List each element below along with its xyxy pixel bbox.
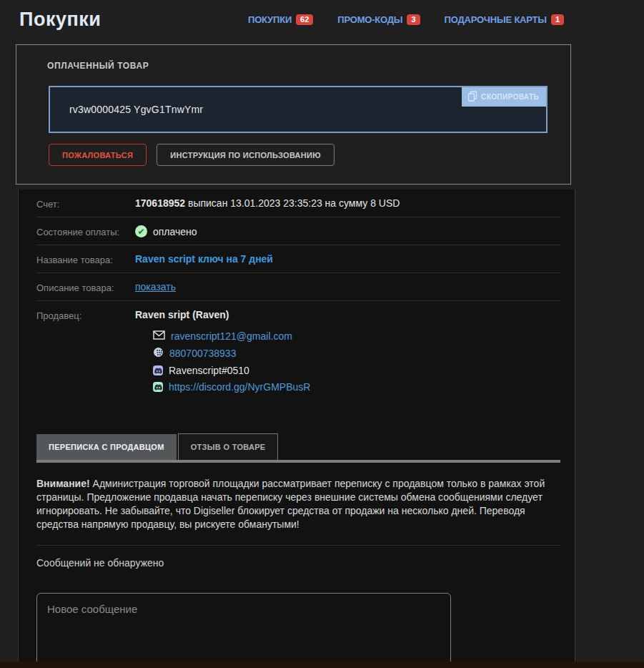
payment-state-label: Состояние оплаты: <box>36 225 135 237</box>
seller-discord-tag: Ravenscript#0510 <box>169 365 249 376</box>
invoice-row: Счет: 170618952 выписан 13.01.2023 23:35… <box>36 190 560 217</box>
payment-state-row: Состояние оплаты: ✔ оплачено <box>36 217 560 245</box>
invoice-details: выписан 13.01.2023 23:35:23 на сумму 8 U… <box>185 197 400 209</box>
description-label: Описание товара: <box>36 281 135 293</box>
contact-row-discord-tag: Ravenscript#0510 <box>153 365 560 376</box>
invoice-value: 170618952 выписан 13.01.2023 23:35:23 на… <box>135 197 400 209</box>
seller-name: Raven sript (Raven) <box>135 309 560 320</box>
nav-item-label: ПОДАРОЧНЫЕ КАРТЫ <box>445 14 547 25</box>
divider <box>36 545 560 546</box>
nav-item-label: ПОКУПКИ <box>248 14 292 25</box>
copy-icon <box>467 91 477 104</box>
nav-item-gift-cards[interactable]: ПОДАРОЧНЫЕ КАРТЫ 1 <box>445 14 565 25</box>
contact-row-email: ravenscript121@gmail.com <box>153 330 560 342</box>
bottom-strip <box>0 662 644 668</box>
seller-row: Продавец: Raven sript (Raven) ravenscrip… <box>36 301 560 403</box>
count-badge: 62 <box>296 14 313 25</box>
payment-state-value: оплачено <box>153 226 197 237</box>
product-code: rv3w0000425 YgvG1TnwYmr <box>69 104 203 115</box>
discord-icon <box>153 365 163 375</box>
contact-row-phone: 880700738933 <box>153 347 560 360</box>
seller-discord-invite-link[interactable]: https://discord.gg/NyrGMPBusR <box>169 381 310 393</box>
invoice-label: Счет: <box>36 197 135 210</box>
copy-button-label: СКОПИРОВАТЬ <box>481 93 539 101</box>
seller-phone-link[interactable]: 880700738933 <box>169 348 236 359</box>
discord-icon <box>153 382 163 392</box>
invoice-number: 170618952 <box>135 197 185 209</box>
new-message-box: G перевести <box>36 593 451 668</box>
contact-row-discord-link: https://discord.gg/NyrGMPBusR <box>153 381 560 393</box>
product-name-link[interactable]: Raven script ключ на 7 дней <box>135 253 273 265</box>
seller-label: Продавец: <box>36 309 135 321</box>
report-button[interactable]: ПОЖАЛОВАТЬСЯ <box>49 144 147 166</box>
paid-product-section: ОПЛАЧЕННЫЙ ТОВАР rv3w0000425 YgvG1TnwYmr… <box>16 44 571 185</box>
tab-seller-chat[interactable]: ПЕРЕПИСКА С ПРОДАВЦОМ <box>36 434 177 460</box>
nav-item-promo-codes[interactable]: ПРОМО-КОДЫ 3 <box>337 14 420 25</box>
show-description-link[interactable]: показать <box>135 281 176 293</box>
nav-item-label: ПРОМО-КОДЫ <box>337 14 402 25</box>
count-badge: 3 <box>407 14 420 25</box>
warning-body: Администрация торговой площадки рассматр… <box>36 478 545 530</box>
page-title: Покупки <box>19 9 101 31</box>
conversation-tabs: ПЕРЕПИСКА С ПРОДАВЦОМ ОТЗЫВ О ТОВАРЕ <box>36 433 560 463</box>
phone-icon <box>153 347 164 360</box>
top-nav: ПОКУПКИ 62 ПРОМО-КОДЫ 3 ПОДАРОЧНЫЕ КАРТЫ… <box>248 14 564 25</box>
product-name-label: Название товара: <box>36 253 135 265</box>
copy-button[interactable]: СКОПИРОВАТЬ <box>462 87 546 107</box>
tab-product-review[interactable]: ОТЗЫВ О ТОВАРЕ <box>178 433 279 460</box>
paid-check-icon: ✔ <box>135 225 147 237</box>
page-header: Покупки ПОКУПКИ 62 ПРОМО-КОДЫ 3 ПОДАРОЧН… <box>0 0 644 44</box>
email-icon <box>153 330 165 342</box>
seller-contacts: ravenscript121@gmail.com 880700738933 <box>153 330 560 393</box>
new-message-input[interactable] <box>37 594 450 668</box>
order-details-panel: Счет: 170618952 выписан 13.01.2023 23:35… <box>18 190 575 662</box>
no-messages-text: Сообщений не обнаружено <box>36 557 560 569</box>
paid-product-heading: ОПЛАЧЕННЫЙ ТОВАР <box>47 61 149 71</box>
count-badge: 1 <box>551 14 564 25</box>
nav-item-purchases[interactable]: ПОКУПКИ 62 <box>248 14 313 25</box>
admin-warning-text: Внимание! Администрация торговой площадк… <box>36 477 560 531</box>
description-row: Описание товара: показать <box>36 273 560 301</box>
warning-emphasis: Внимание! <box>36 478 90 489</box>
seller-email-link[interactable]: ravenscript121@gmail.com <box>171 330 292 342</box>
instruction-button[interactable]: ИНСТРУКЦИЯ ПО ИСПОЛЬЗОВАНИЮ <box>157 144 335 166</box>
product-code-box: rv3w0000425 YgvG1TnwYmr СКОПИРОВАТЬ <box>49 86 548 133</box>
tab-underline-bar <box>36 460 560 463</box>
product-name-row: Название товара: Raven script ключ на 7 … <box>36 245 560 273</box>
